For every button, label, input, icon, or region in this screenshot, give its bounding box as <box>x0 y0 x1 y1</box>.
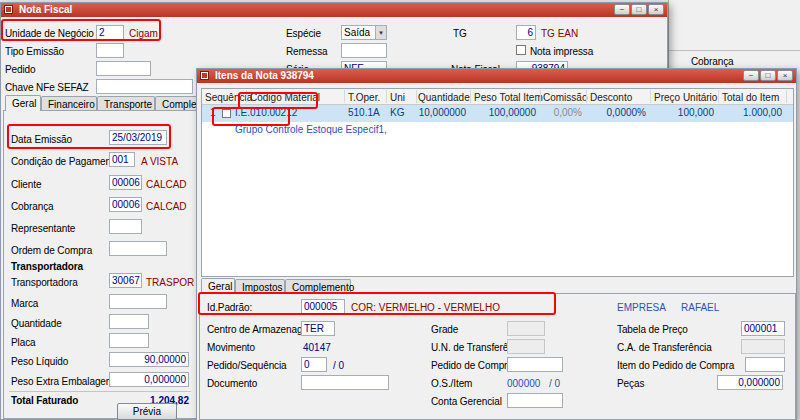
window-title: Itens da Nota 938794 <box>215 70 314 81</box>
id-padrao-label: Id.Padrão: <box>207 302 252 313</box>
app-icon <box>4 5 13 14</box>
row-checkbox[interactable] <box>222 109 231 118</box>
previa-button[interactable]: Prévia <box>117 403 177 420</box>
especie-dropdown[interactable]: Saída ▾ <box>341 25 387 40</box>
transportadora-field[interactable]: 30067 <box>109 273 142 288</box>
minimize-icon[interactable]: − <box>743 70 759 81</box>
unidade-negocio-field[interactable]: 2 <box>96 25 124 40</box>
ordem-compra-field[interactable] <box>109 241 167 256</box>
marca-field[interactable] <box>109 294 167 309</box>
os-item-suffix: / 0 <box>549 378 560 389</box>
pedido-compra-field[interactable] <box>507 357 563 372</box>
cobranca-field[interactable]: 00006 <box>109 197 142 212</box>
cell-sequencia: 1 <box>210 107 216 118</box>
tabela-preco-field[interactable]: 000001 <box>741 321 785 336</box>
chave-nfe-label: Chave NFe SEFAZ <box>5 82 89 93</box>
minimize-icon[interactable]: − <box>614 4 630 15</box>
item-pedido-compra-label: Item do Pedido de Compra <box>617 360 734 371</box>
items-grid[interactable]: Sequência Código Material T.Oper. Uni Qu… <box>201 88 794 277</box>
movimento-value: 40147 <box>303 342 331 353</box>
quantidade-field[interactable] <box>109 314 149 329</box>
pedido-field[interactable] <box>96 61 151 76</box>
peso-liquido-field[interactable]: 90,00000 <box>109 352 189 367</box>
grade-label: Grade <box>431 324 458 335</box>
pedido-sequencia-suffix: / 0 <box>333 360 344 371</box>
col-comissao[interactable]: Comissão <box>543 92 587 103</box>
cell-codigo[interactable]: I.E.010.00212 <box>235 107 297 118</box>
placa-field[interactable] <box>109 333 149 348</box>
tab-item-impostos[interactable]: Impostos <box>235 279 285 294</box>
un-transferencia-field[interactable] <box>507 339 545 354</box>
transportadora-desc: TRASPOR <box>146 277 194 288</box>
item-pedido-compra-field[interactable] <box>745 357 785 372</box>
col-divider <box>586 90 587 103</box>
conta-gerencial-field[interactable] <box>507 393 563 408</box>
cliente-field[interactable]: 00006 <box>109 175 142 190</box>
tab-item-complemento[interactable]: Complemento <box>285 279 351 294</box>
peso-extra-label: Peso Extra Embalagem <box>11 376 114 387</box>
col-uni[interactable]: Uni <box>390 92 405 103</box>
col-total[interactable]: Total do Item <box>722 92 779 103</box>
col-preco[interactable]: Preço Unitário <box>654 92 717 103</box>
col-toper[interactable]: T.Oper. <box>348 92 380 103</box>
tg-field[interactable]: 6 <box>516 25 536 40</box>
window-title: Nota Fiscal <box>19 4 72 15</box>
grid-header-row: Sequência Código Material T.Oper. Uni Qu… <box>202 89 793 105</box>
os-item-label: O.S./Item <box>431 378 472 389</box>
representante-field[interactable] <box>109 219 142 234</box>
peso-liquido-label: Peso Líquido <box>11 356 68 367</box>
cell-toper: 510.1A <box>348 107 380 118</box>
col-desconto[interactable]: Desconto <box>590 92 632 103</box>
pecas-field[interactable]: 0,000000 <box>717 375 783 390</box>
col-quantidade[interactable]: Quantidade <box>418 92 470 103</box>
table-row-selected[interactable]: 1 I.E.010.00212 510.1A KG 10,000000 100,… <box>202 105 793 122</box>
itens-titlebar[interactable]: Itens da Nota 938794 − □ × <box>197 69 796 83</box>
nota-impressa-checkbox[interactable] <box>516 45 526 55</box>
cell-total: 1.000,00 <box>714 107 782 118</box>
grade-field[interactable] <box>507 321 545 336</box>
close-icon[interactable]: × <box>648 4 664 15</box>
data-emissao-field[interactable]: 25/03/2019 <box>109 130 167 145</box>
chave-nfe-field[interactable] <box>96 79 193 94</box>
tab-financeiro[interactable]: Financeiro <box>41 96 97 111</box>
col-codigo[interactable]: Código Material <box>250 92 320 103</box>
unidade-negocio-label: Unidade de Negócio <box>5 28 94 39</box>
col-peso[interactable]: Peso Total Item <box>474 92 543 103</box>
nota-fiscal-titlebar[interactable]: Nota Fiscal − □ × <box>1 3 667 17</box>
condicao-pagamento-field[interactable]: 001 <box>109 152 135 167</box>
quantidade-label: Quantidade <box>11 318 62 329</box>
cell-peso: 100,00000 <box>472 107 536 118</box>
marca-label: Marca <box>11 298 38 309</box>
id-padrao-field[interactable]: 000005 <box>301 299 345 314</box>
maximize-icon[interactable]: □ <box>631 4 647 15</box>
divider <box>669 50 800 51</box>
unidade-negocio-desc: Cigam <box>129 28 158 39</box>
documento-field[interactable] <box>301 375 389 390</box>
ca-transferencia-field[interactable] <box>741 339 785 354</box>
pedido-sequencia-field[interactable]: 0 <box>301 357 327 372</box>
conta-gerencial-label: Conta Gerencial <box>431 396 502 407</box>
close-icon[interactable]: × <box>777 70 793 81</box>
cell-comissao: 0,00% <box>534 107 582 118</box>
centro-armazenagem-label: Centro de Armazenagem <box>207 324 316 335</box>
pedido-label: Pedido <box>5 64 36 75</box>
cliente-label: Cliente <box>11 179 41 190</box>
tab-geral[interactable]: Geral <box>5 95 41 111</box>
col-divider <box>540 90 541 103</box>
transportadora-label: Transportadora <box>11 277 78 288</box>
remessa-label: Remessa <box>286 46 328 57</box>
centro-armazenagem-field[interactable]: TER <box>301 321 335 336</box>
especie-label: Espécie <box>286 28 321 39</box>
col-divider <box>246 90 247 103</box>
cobranca-label: Cobrança <box>11 201 54 212</box>
maximize-icon[interactable]: □ <box>760 70 776 81</box>
placa-label: Placa <box>11 337 36 348</box>
peso-extra-field[interactable]: 0,000000 <box>109 372 189 387</box>
chevron-down-icon[interactable]: ▾ <box>375 26 386 39</box>
screen: Cobrança Nota Fiscal − □ × Unidade de Ne… <box>0 0 800 420</box>
tab-item-geral[interactable]: Geral <box>201 278 235 294</box>
tipo-emissao-field[interactable] <box>96 43 124 58</box>
os-item-value: 000000 <box>507 378 540 389</box>
remessa-field[interactable] <box>341 43 387 58</box>
tab-transporte[interactable]: Transporte <box>97 96 155 111</box>
